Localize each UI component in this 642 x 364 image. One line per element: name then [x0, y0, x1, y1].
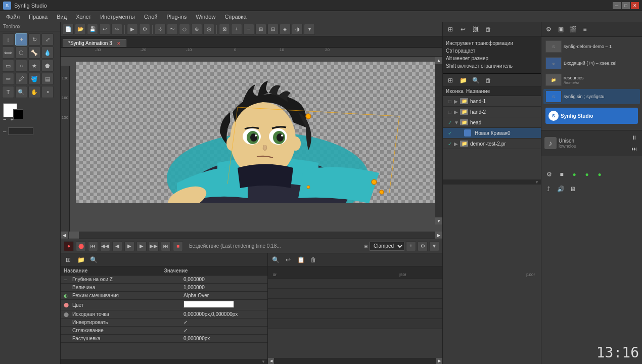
color-swatch-inline[interactable]	[184, 301, 234, 308]
menu-item-plug-ins[interactable]: Plug-ins	[163, 13, 191, 21]
render-btn[interactable]: ▶	[127, 24, 138, 35]
eyedrop-btn[interactable]: ◎	[203, 24, 214, 35]
fr-icon-film[interactable]: 🎬	[567, 24, 578, 35]
new-canvas-btn[interactable]: 📄	[63, 24, 74, 35]
menu-item-справка[interactable]: Справка	[220, 13, 250, 21]
mi-icon1[interactable]: ⤴	[543, 184, 554, 195]
tl-scroll-right[interactable]: ▶	[436, 358, 442, 364]
fr-icon-gear[interactable]: ⚙	[543, 24, 554, 35]
unison-pause-btn[interactable]: ⏸	[629, 132, 639, 143]
waypoint-settings-btn[interactable]: ⚙	[418, 241, 428, 251]
open-btn[interactable]: 📂	[75, 24, 86, 35]
tool-bucket[interactable]: 🪣	[28, 73, 40, 85]
smooth-btn[interactable]: 〜	[167, 24, 178, 35]
canvas-content[interactable]: 130 160 150	[61, 57, 442, 232]
layer-row-demon-test[interactable]: ✓ ▶ 📁 demon-test-2.pr	[443, 139, 541, 149]
tool-smooth[interactable]: ✦	[15, 33, 27, 46]
layer-expand-demon-test[interactable]: ▶	[454, 141, 460, 147]
grid-btn[interactable]: ⊞	[255, 24, 266, 35]
br-icon-gear2[interactable]: ⚙	[543, 169, 555, 180]
prop-row-origin[interactable]: ⬤ Исходная точка 0,000000px,0,000000px	[61, 310, 267, 318]
mi-icon-audio[interactable]: 🔊	[555, 184, 566, 195]
tool-gradient[interactable]: ▤	[41, 73, 54, 85]
close-button[interactable]: ✕	[631, 2, 639, 9]
bone-btn[interactable]: ⊕	[191, 24, 202, 35]
prev-frame-btn[interactable]: ◀◀	[100, 241, 110, 251]
prop-row-blend[interactable]: ◐ Режим смешивания Alpha Over	[61, 292, 267, 300]
redo-btn[interactable]: ↪	[111, 24, 122, 35]
br-icon-green2[interactable]: ●	[581, 169, 592, 180]
layer-vis-head[interactable]: ✓	[446, 119, 454, 126]
file-item-1[interactable]: e Входящий (74) – xsee.zel	[543, 56, 640, 71]
prop-row-magnitude[interactable]: Величина 1,000000	[61, 284, 267, 292]
layer-expand-head[interactable]: ▼	[454, 120, 460, 125]
tool-pan[interactable]: ✋	[28, 86, 40, 98]
prop-row-feather[interactable]: Растушевка 0,000000px	[61, 335, 267, 343]
prop-row-invert[interactable]: Инвертировать ✓	[61, 318, 267, 327]
right-icon1[interactable]: ⊞	[445, 24, 456, 35]
play-btn[interactable]: ▶	[124, 241, 134, 251]
minus-icon[interactable]: −	[3, 116, 6, 122]
tool-circle[interactable]: ○	[15, 60, 27, 72]
layer-expand-hand2[interactable]: ▶	[454, 109, 460, 115]
next-keyframe-btn[interactable]: ▶	[136, 241, 147, 251]
menu-item-холст[interactable]: Холст	[72, 13, 95, 21]
quality-btn[interactable]: ◑	[292, 24, 303, 35]
menu-item-правка[interactable]: Правка	[25, 13, 52, 21]
tool-feather[interactable]: 🖊	[15, 73, 27, 85]
layers-toolbar-btn2[interactable]: 📁	[457, 75, 469, 86]
scroll-down[interactable]: ▼	[435, 217, 442, 224]
tool-mirror2[interactable]: ⚬	[41, 86, 54, 98]
layer-vis-hand2[interactable]: □	[446, 108, 454, 115]
right-icon2[interactable]: ↩	[457, 24, 469, 35]
scroll-up[interactable]: ▲	[435, 57, 442, 64]
mi-icon-monitor[interactable]: 🖥	[567, 184, 578, 195]
prop-row-smooth[interactable]: Сглаживание ✓	[61, 327, 267, 335]
tool-pen[interactable]: ✏	[2, 73, 14, 85]
file-item-3[interactable]: S synfig.sin ; synfigstu	[543, 89, 640, 104]
zoom-fit-btn[interactable]: ⊠	[219, 24, 230, 35]
br-icon-green1[interactable]: ●	[569, 169, 580, 180]
rec-btn[interactable]: ●	[64, 241, 74, 251]
tool-bone[interactable]: 🦴	[28, 47, 40, 59]
add-waypoint-btn[interactable]: +	[406, 241, 416, 251]
menu-item-инструменты[interactable]: Инструменты	[96, 13, 139, 21]
layer-expand-hand1[interactable]: ▶	[454, 99, 460, 104]
canvas-tab[interactable]: *Synfig Animation 3 ✕	[63, 39, 126, 47]
zoom-out-btn[interactable]: −	[243, 24, 254, 35]
minimize-button[interactable]: ─	[613, 2, 621, 9]
tool-zoom[interactable]: 🔍	[15, 86, 27, 98]
tl-scroll-left[interactable]: ◀	[268, 358, 274, 364]
layer-vis-hand1[interactable]: □	[446, 98, 454, 105]
props-icon3[interactable]: 🔍	[88, 254, 99, 265]
fr-icon-layers[interactable]: ▣	[555, 24, 566, 35]
tl-icon2[interactable]: ↩	[283, 254, 294, 265]
layer-row-head[interactable]: ✓ ▼ 📁 head	[443, 117, 541, 128]
scroll-right[interactable]: ▶	[435, 232, 442, 239]
layers-toolbar-btn3[interactable]: 🔍	[470, 75, 481, 86]
layer-row-hand1[interactable]: □ ▶ 📁 hand-1	[443, 96, 541, 107]
tool-transform[interactable]: ↕	[2, 33, 14, 46]
node-btn[interactable]: ◇	[179, 24, 190, 35]
canvas-image-area[interactable]	[76, 62, 442, 203]
skip-start-btn[interactable]: ⏮	[88, 241, 98, 251]
skip-end-btn[interactable]: ⏭	[161, 241, 171, 251]
background-color[interactable]	[13, 109, 23, 119]
transform-btn[interactable]: ⊹	[155, 24, 166, 35]
prev-keyframe-btn[interactable]: ◀	[112, 241, 122, 251]
tool-node[interactable]: ⬡	[15, 47, 27, 59]
line-width-input[interactable]: 4,00pt	[8, 127, 33, 135]
right-icon3[interactable]: 🖼	[470, 24, 481, 35]
horizontal-scrollbar[interactable]: ◀ ▶	[61, 232, 442, 239]
br-icon-green3[interactable]: ●	[594, 169, 605, 180]
guides-btn[interactable]: ⊟	[267, 24, 279, 35]
loop-btn[interactable]: ⬤	[76, 241, 86, 251]
vertical-scrollbar[interactable]: ▲ ▼	[435, 57, 442, 224]
tl-scroll-h[interactable]: ◀ ▶	[268, 358, 442, 364]
clamped-select[interactable]: Clamped	[370, 242, 404, 251]
tool-text[interactable]: T	[2, 86, 14, 98]
tool-star[interactable]: ★	[28, 60, 40, 72]
menu-item-файл[interactable]: Файл	[2, 13, 24, 21]
scroll-left[interactable]: ◀	[61, 232, 68, 239]
layer-vis-new-curve[interactable]: ✓	[446, 129, 454, 136]
